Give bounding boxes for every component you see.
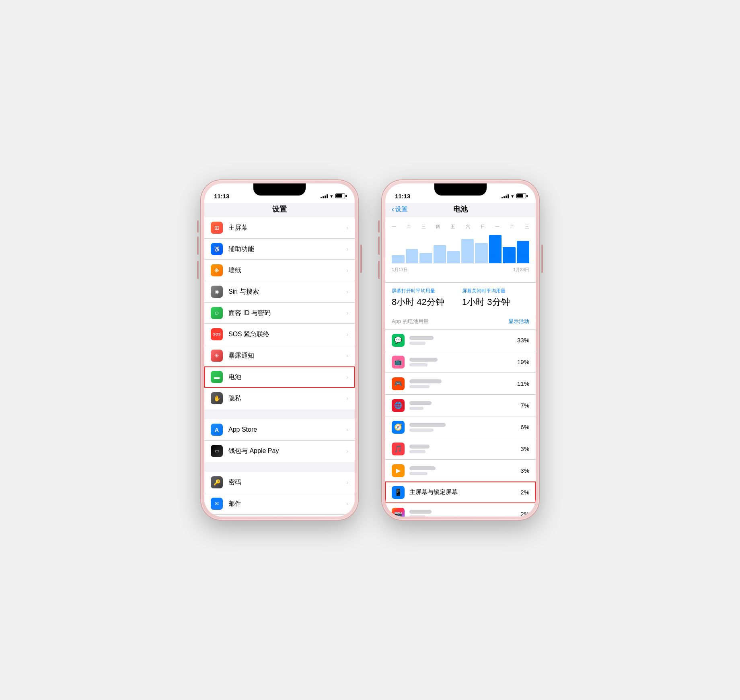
signal-icon (321, 194, 328, 198)
notch (253, 183, 306, 196)
battery-app-weibo[interactable]: 🌐 7% (385, 395, 536, 416)
battery-app-safari[interactable]: 🧭 6% (385, 416, 536, 438)
game-percent: 11% (517, 380, 529, 387)
chevron-icon: › (346, 426, 348, 433)
privacy-icon: ✋ (211, 392, 223, 404)
sos-icon: SOS (211, 328, 223, 340)
video-icon: ▶ (392, 464, 405, 477)
section-gap-1 (204, 410, 355, 419)
battery-app-music[interactable]: 🎵 3% (385, 438, 536, 460)
battery-screen: 一 二 三 四 五 六 日 一 二 三 (385, 217, 536, 517)
bilibili-name-blurred (409, 358, 438, 362)
battery-status-icon (335, 194, 345, 198)
bilibili-icon: 📺 (392, 356, 405, 369)
settings-item-sos[interactable]: SOS SOS 紧急联络 › (204, 324, 355, 345)
chevron-icon: › (346, 352, 348, 359)
chart-day-5: 五 (451, 224, 455, 230)
settings-item-home[interactable]: ⊞ 主屏幕 › (204, 217, 355, 239)
music-info (409, 445, 520, 453)
faceid-label: 面容 ID 与密码 (228, 309, 346, 317)
appstore-icon: A (211, 424, 223, 436)
battery-status-icon-r (516, 194, 526, 198)
battery-app-game[interactable]: 🎮 11% (385, 373, 536, 395)
battery-nav-header: ‹ 设置 电池 (385, 203, 536, 217)
game-sub-blurred (409, 385, 430, 388)
sos-label: SOS 紧急联络 (228, 330, 346, 339)
back-chevron-icon: ‹ (392, 205, 394, 214)
settings-item-wallpaper[interactable]: ❋ 墙纸 › (204, 260, 355, 281)
wallpaper-icon: ❋ (211, 264, 223, 276)
faceid-icon: ☺ (211, 307, 223, 319)
settings-item-exposure[interactable]: ✳ 暴露通知 › (204, 345, 355, 366)
photos-name-blurred (409, 510, 432, 514)
safari-sub-blurred (409, 428, 434, 432)
exposure-label: 暴露通知 (228, 352, 346, 360)
battery-app-bilibili[interactable]: 📺 19% (385, 351, 536, 373)
battery-app-video[interactable]: ▶ 3% (385, 460, 536, 482)
chart-bar-5 (447, 251, 460, 263)
settings-item-accessibility[interactable]: ♿ 辅助功能 › (204, 239, 355, 260)
chart-day-4: 四 (436, 224, 440, 230)
chart-day-9: 二 (510, 224, 514, 230)
video-percent: 3% (520, 467, 529, 474)
settings-item-wallet[interactable]: ▭ 钱包与 Apple Pay › (204, 441, 355, 461)
volume-down-button-r (378, 261, 380, 279)
settings-item-contacts[interactable]: 👤 通讯录 › (204, 515, 355, 517)
chevron-icon: › (346, 500, 348, 507)
settings-item-siri[interactable]: ◉ Siri 与搜索 › (204, 281, 355, 303)
chart-date-right: 1月23日 (513, 267, 529, 273)
music-percent: 3% (520, 445, 529, 452)
password-icon: 🔑 (211, 476, 223, 488)
music-name-blurred (409, 445, 430, 449)
siri-label: Siri 与搜索 (228, 288, 346, 296)
chevron-icon: › (346, 224, 348, 231)
wifi-icon-r: ▾ (511, 193, 514, 199)
homescreen-name: 主屏幕与锁定屏幕 (409, 488, 458, 495)
battery-label: 电池 (228, 373, 346, 381)
chart-day-3: 三 (421, 224, 426, 230)
battery-chart (392, 231, 529, 264)
chart-day-10: 三 (525, 224, 529, 230)
settings-item-faceid[interactable]: ☺ 面容 ID 与密码 › (204, 303, 355, 324)
phone-left: 11:13 ▾ 设置 (201, 180, 358, 520)
silent-switch (197, 220, 199, 233)
settings-item-battery[interactable]: ▬ 电池 › (204, 366, 355, 388)
chart-bar-6 (461, 239, 474, 263)
chart-bar-8 (489, 235, 502, 263)
bilibili-percent: 19% (517, 358, 529, 365)
battery-icon: ▬ (211, 371, 223, 383)
chevron-icon: › (346, 395, 348, 401)
weibo-name-blurred (409, 401, 432, 405)
battery-stats: 屏幕打开时平均用量 8小时 42分钟 屏幕关闭时平均用量 1小时 3分钟 (385, 283, 536, 313)
video-name-blurred (409, 466, 436, 470)
battery-app-photos[interactable]: 📷 2% (385, 503, 536, 517)
settings-item-mail[interactable]: ✉ 邮件 › (204, 493, 355, 515)
battery-apps-header: App 的电池用量 显示活动 (385, 314, 536, 329)
wallpaper-label: 墙纸 (228, 266, 346, 275)
settings-header: 设置 (204, 203, 355, 217)
wechat-percent: 33% (517, 337, 529, 344)
chart-day-8: 一 (495, 224, 500, 230)
settings-item-password[interactable]: 🔑 密码 › (204, 472, 355, 493)
game-name-blurred (409, 379, 442, 383)
stat-screen-on-label: 屏幕打开时平均用量 (392, 288, 459, 294)
wechat-info (409, 336, 517, 345)
battery-app-wechat[interactable]: 💬 33% (385, 329, 536, 351)
settings-item-privacy[interactable]: ✋ 隐私 › (204, 388, 355, 409)
settings-list[interactable]: ⊞ 主屏幕 › ♿ 辅助功能 › ❋ (204, 217, 355, 517)
safari-icon: 🧭 (392, 421, 405, 434)
chevron-icon: › (346, 267, 348, 274)
apps-action-button[interactable]: 显示活动 (508, 318, 529, 325)
wechat-sub-blurred (409, 342, 426, 345)
accessibility-icon: ♿ (211, 243, 223, 255)
battery-app-homescreen[interactable]: 📱 主屏幕与锁定屏幕 2% (385, 482, 536, 503)
weibo-sub-blurred (409, 407, 423, 410)
back-button[interactable]: ‹ 设置 (392, 205, 408, 214)
stat-screen-on-value: 8小时 42分钟 (392, 296, 459, 308)
settings-item-appstore[interactable]: A App Store › (204, 419, 355, 441)
signal-icon-r (502, 194, 509, 198)
chevron-icon: › (346, 331, 348, 338)
phone-right: 11:13 ▾ ‹ 设置 (382, 180, 539, 520)
silent-switch-r (378, 220, 380, 233)
chevron-icon: › (346, 374, 348, 380)
